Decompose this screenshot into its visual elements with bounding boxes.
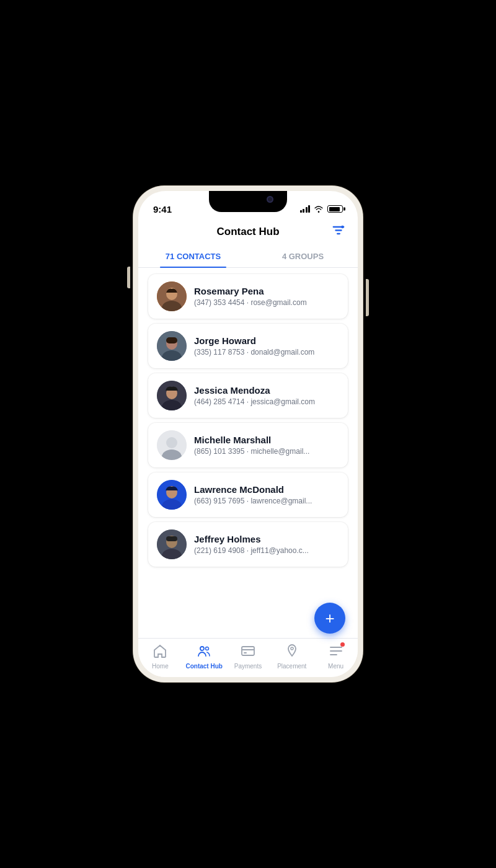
avatar	[157, 281, 187, 311]
contact-info: Jorge Howard (335) 117 8753 · donald@gma…	[194, 335, 339, 356]
list-item[interactable]: Lawrence McDonald (663) 915 7695 · lawre…	[148, 472, 348, 517]
notification-dot	[340, 642, 345, 647]
svg-rect-7	[166, 337, 177, 343]
bottom-nav: Home Contact Hub	[138, 638, 358, 677]
status-icons	[300, 205, 343, 213]
contact-name: Michelle Marshall	[194, 435, 339, 445]
list-item[interactable]: Rosemary Pena (347) 353 4454 · rose@gmai…	[148, 274, 348, 319]
svg-point-0	[341, 226, 344, 229]
avatar	[157, 529, 187, 559]
nav-menu-label: Menu	[328, 663, 343, 670]
contact-details: (464) 285 4714 · jessica@gmail.com	[194, 397, 339, 406]
svg-point-14	[168, 439, 175, 446]
battery-icon	[327, 205, 343, 213]
phone-screen: 9:41 Contact Hub	[138, 191, 358, 677]
home-icon	[153, 644, 167, 658]
nav-contacts-label: Contact Hub	[185, 663, 222, 670]
contact-details: (865) 101 3395 · michelle@gmail...	[194, 447, 339, 456]
phone-frame: 9:41 Contact Hub	[133, 186, 363, 682]
nav-placement[interactable]: Placement	[270, 644, 314, 670]
svg-rect-24	[242, 647, 254, 655]
list-item[interactable]: Jessica Mendoza (464) 285 4714 · jessica…	[148, 373, 348, 418]
avatar	[157, 430, 187, 460]
contacts-icon	[197, 644, 211, 658]
filter-button[interactable]	[332, 224, 345, 241]
contact-details: (335) 117 8753 · donald@gmail.com	[194, 348, 339, 356]
contact-details: (347) 353 4454 · rose@gmail.com	[194, 298, 339, 307]
nav-home-label: Home	[152, 663, 169, 670]
tab-groups[interactable]: 4 GROUPS	[248, 246, 358, 267]
contact-list: Rosemary Pena (347) 353 4454 · rose@gmai…	[138, 268, 358, 638]
contact-details: (221) 619 4908 · jeff11@yahoo.c...	[194, 546, 339, 555]
svg-point-26	[291, 647, 293, 650]
nav-home[interactable]: Home	[138, 644, 182, 670]
contact-info: Michelle Marshall (865) 101 3395 · miche…	[194, 435, 339, 456]
avatar	[157, 381, 187, 410]
add-contact-button[interactable]: +	[314, 603, 345, 634]
contact-name: Jorge Howard	[194, 335, 339, 346]
list-item[interactable]: Jorge Howard (335) 117 8753 · donald@gma…	[148, 324, 348, 368]
svg-point-23	[206, 647, 209, 650]
svg-rect-25	[244, 652, 247, 653]
list-item[interactable]: Jeffrey Holmes (221) 619 4908 · jeff11@y…	[148, 522, 348, 567]
nav-payments[interactable]: Payments	[226, 644, 270, 670]
contact-info: Jessica Mendoza (464) 285 4714 · jessica…	[194, 385, 339, 406]
payments-icon	[241, 644, 255, 658]
wifi-icon	[314, 205, 324, 213]
contact-details: (663) 915 7695 · lawrence@gmail...	[194, 497, 339, 505]
contact-name: Jessica Mendoza	[194, 385, 339, 396]
status-time: 9:41	[153, 204, 172, 215]
nav-menu[interactable]: Menu	[314, 644, 358, 670]
nav-placement-label: Placement	[277, 663, 306, 670]
contact-name: Jeffrey Holmes	[194, 534, 339, 544]
svg-rect-21	[166, 536, 177, 541]
placement-icon	[285, 644, 299, 658]
avatar	[157, 480, 187, 510]
avatar	[157, 331, 187, 361]
contact-name: Rosemary Pena	[194, 286, 339, 296]
app-header: Contact Hub	[138, 218, 358, 246]
phone-notch	[209, 191, 287, 212]
tabs-bar: 71 CONTACTS 4 GROUPS	[138, 246, 358, 268]
signal-icon	[300, 205, 311, 213]
svg-point-22	[200, 647, 204, 650]
front-camera	[267, 196, 273, 203]
nav-contacts[interactable]: Contact Hub	[182, 644, 226, 670]
contact-info: Lawrence McDonald (663) 915 7695 · lawre…	[194, 484, 339, 505]
tab-contacts[interactable]: 71 CONTACTS	[138, 246, 248, 267]
contact-name: Lawrence McDonald	[194, 484, 339, 495]
nav-payments-label: Payments	[234, 663, 262, 670]
contact-info: Rosemary Pena (347) 353 4454 · rose@gmai…	[194, 286, 339, 307]
contact-info: Jeffrey Holmes (221) 619 4908 · jeff11@y…	[194, 534, 339, 555]
app-title: Contact Hub	[216, 226, 279, 238]
list-item[interactable]: Michelle Marshall (865) 101 3395 · miche…	[148, 423, 348, 467]
